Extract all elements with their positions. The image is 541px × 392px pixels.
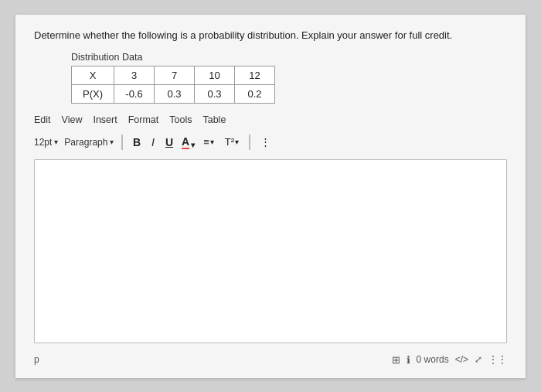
status-bar: p ⊞ ℹ 0 words </> ⤢ ⋮⋮ — [34, 354, 507, 366]
code-view[interactable]: </> — [455, 354, 468, 365]
superscript-chevron: ▾ — [235, 138, 239, 146]
superscript-button[interactable]: T² ▾ — [223, 135, 241, 148]
font-color-button[interactable]: A ▾ — [182, 135, 195, 149]
table-icon: ⊞ — [392, 354, 400, 366]
x-label: X — [72, 66, 114, 84]
info-icon: ℹ — [407, 354, 410, 366]
px-label: P(X) — [72, 84, 114, 103]
grid-icon[interactable]: ⋮⋮ — [488, 354, 507, 365]
prompt-text: Determine whether the following is a pro… — [34, 29, 507, 43]
menu-view[interactable]: View — [62, 114, 83, 125]
list-icon: ≡ — [203, 136, 209, 148]
editor-textarea[interactable] — [34, 159, 507, 343]
menu-insert[interactable]: Insert — [93, 114, 117, 125]
table-data-row: P(X) -0.6 0.3 0.3 0.2 — [72, 84, 275, 103]
more-button[interactable]: ⋮ — [258, 135, 273, 148]
toolbar-divider-2 — [249, 135, 250, 150]
col-7: 7 — [155, 66, 195, 84]
col-10: 10 — [195, 66, 235, 84]
menu-tools[interactable]: Tools — [169, 114, 192, 125]
font-color-chevron: ▾ — [191, 141, 195, 149]
menu-table[interactable]: Table — [202, 114, 226, 125]
table-header-row: X 3 7 10 12 — [72, 66, 275, 84]
menu-edit[interactable]: Edit — [34, 114, 51, 125]
underline-button[interactable]: U — [163, 135, 175, 149]
superscript-label: T² — [225, 136, 234, 148]
val-02: 0.2 — [235, 84, 275, 103]
menu-bar: Edit View Insert Format Tools Table — [34, 114, 507, 125]
toolbar-divider-1 — [121, 135, 123, 150]
menu-format[interactable]: Format — [128, 114, 159, 125]
italic-button[interactable]: I — [149, 135, 157, 149]
word-count: 0 words — [417, 354, 449, 365]
font-size-value: 12pt — [34, 137, 52, 148]
status-left: p — [34, 354, 39, 365]
status-right: ⊞ ℹ 0 words </> ⤢ ⋮⋮ — [392, 354, 507, 366]
font-size-chevron: ▾ — [54, 138, 58, 146]
paragraph-select[interactable]: Paragraph ▾ — [64, 137, 114, 148]
val-neg06: -0.6 — [114, 84, 155, 103]
expand-icon[interactable]: ⤢ — [475, 354, 482, 365]
paragraph-chevron: ▾ — [110, 138, 114, 146]
col-12: 12 — [235, 66, 275, 84]
table-section: Distribution Data X 3 7 10 12 P(X) -0.6 … — [34, 52, 507, 104]
page: Determine whether the following is a pro… — [15, 15, 526, 378]
list-button[interactable]: ≡ ▾ — [201, 135, 216, 148]
paragraph-value: Paragraph — [64, 137, 107, 148]
table-label: Distribution Data — [71, 52, 142, 63]
val-03b: 0.3 — [195, 84, 235, 103]
bold-button[interactable]: B — [131, 135, 143, 149]
paragraph-label: p — [34, 354, 39, 365]
val-03a: 0.3 — [155, 84, 195, 103]
list-chevron: ▾ — [210, 138, 214, 146]
distribution-table: X 3 7 10 12 P(X) -0.6 0.3 0.3 0.2 — [71, 66, 275, 104]
col-3: 3 — [114, 66, 155, 84]
font-size-select[interactable]: 12pt ▾ — [34, 137, 58, 148]
toolbar: 12pt ▾ Paragraph ▾ B I U A ▾ ≡ ▾ T² ▾ ⋮ — [34, 135, 507, 150]
font-color-label: A — [182, 135, 189, 149]
